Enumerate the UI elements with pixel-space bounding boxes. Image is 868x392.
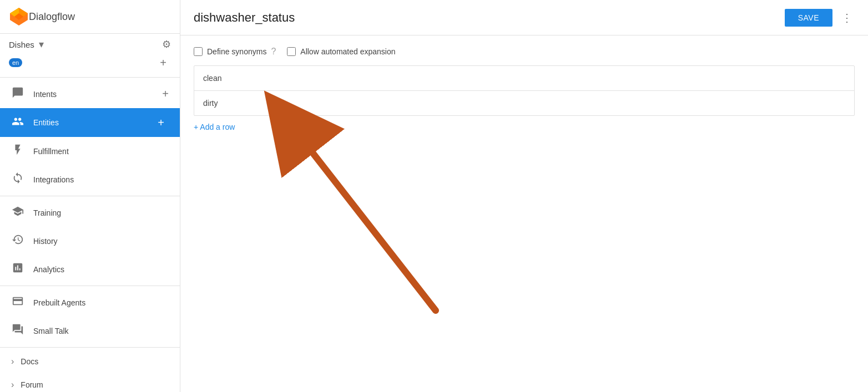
docs-label: Docs [21,357,38,366]
sidebar-item-analytics[interactable]: Analytics [0,255,180,283]
entity-section-left: Dishes ▾ [9,38,44,50]
divider-4 [0,347,180,348]
analytics-label: Analytics [33,265,64,274]
entity-table: clean dirty [194,65,855,116]
page-title: dishwasher_status [194,11,295,25]
integrations-icon [11,172,24,187]
small-talk-label: Small Talk [33,327,69,335]
language-row: en + [0,55,180,75]
entity-section-name: Dishes [9,40,34,49]
sidebar-item-prebuilt-agents[interactable]: Prebuilt Agents [0,288,180,317]
integrations-label: Integrations [33,175,74,184]
main-header: dishwasher_status SAVE ⋮ [180,0,868,35]
sidebar-item-forum[interactable]: › Forum [0,373,180,392]
training-label: Training [33,208,61,217]
sidebar-item-fulfillment[interactable]: Fulfillment [0,137,180,165]
entities-label: Entities [33,118,59,127]
sidebar-item-history[interactable]: History [0,227,180,255]
gear-icon[interactable]: ⚙ [162,38,171,50]
header-actions: SAVE ⋮ [785,9,855,27]
more-options-icon[interactable]: ⋮ [839,9,855,27]
help-icon[interactable]: ? [271,47,276,57]
forum-arrow-icon: › [11,380,14,390]
entity-row-dirty[interactable]: dirty [194,91,854,115]
allow-automated-expansion-label: Allow automated expansion [300,47,395,56]
fulfillment-label: Fulfillment [33,147,69,156]
sidebar-item-entities[interactable]: Entities + [0,108,180,137]
docs-arrow-icon: › [11,357,14,366]
add-entity-btn[interactable]: + [155,55,171,70]
define-synonyms-checkbox[interactable] [194,47,203,56]
options-row: Define synonyms ? Allow automated expans… [194,47,855,57]
fulfillment-icon [11,144,24,159]
divider-3 [0,286,180,286]
small-talk-icon [11,323,24,338]
add-row-link[interactable]: + Add a row [194,123,235,131]
divider-1 [0,77,180,78]
sidebar-item-docs[interactable]: › Docs [0,350,180,373]
dropdown-icon[interactable]: ▾ [39,38,44,50]
language-badge[interactable]: en [9,58,22,67]
dialogflow-logo-icon [9,7,29,27]
sidebar-item-integrations[interactable]: Integrations [0,165,180,194]
sidebar: Dialogflow Dishes ▾ ⚙ en + Intents + Ent… [0,0,180,392]
entity-value-clean: clean [203,74,221,83]
add-intents-btn[interactable]: + [162,88,169,100]
entity-section: Dishes ▾ ⚙ [0,34,180,55]
history-label: History [33,237,58,246]
main-content: dishwasher_status SAVE ⋮ Define synonyms… [180,0,868,392]
sidebar-item-small-talk[interactable]: Small Talk [0,317,180,345]
sidebar-item-intents[interactable]: Intents + [0,80,180,108]
app-name: Dialogflow [29,11,75,23]
analytics-icon [11,262,24,277]
training-icon [11,205,24,220]
forum-label: Forum [21,380,43,389]
divider-2 [0,196,180,196]
save-button[interactable]: SAVE [785,9,832,27]
prebuilt-agents-icon [11,295,24,310]
intents-icon [11,86,24,101]
entity-body: Define synonyms ? Allow automated expans… [180,35,868,392]
prebuilt-agents-label: Prebuilt Agents [33,298,85,307]
entity-row-clean[interactable]: clean [194,66,854,91]
define-synonyms-label: Define synonyms [207,47,266,56]
allow-automated-expansion-option[interactable]: Allow automated expansion [287,47,395,56]
entities-icon [11,115,24,130]
history-icon [11,233,24,248]
sidebar-nav: Intents + Entities + Fulfillment Integra… [0,80,180,392]
define-synonyms-option[interactable]: Define synonyms ? [194,47,276,57]
entity-value-dirty: dirty [203,99,218,108]
add-entities-btn[interactable]: + [153,115,169,130]
allow-automated-expansion-checkbox[interactable] [287,47,296,56]
intents-label: Intents [33,90,57,99]
sidebar-header: Dialogflow [0,0,180,34]
sidebar-item-training[interactable]: Training [0,198,180,227]
